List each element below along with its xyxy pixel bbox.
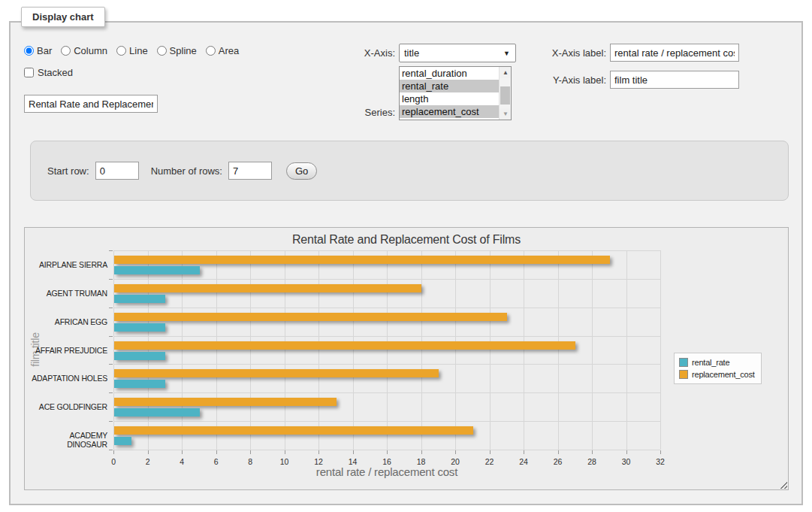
x-tick-mark	[285, 450, 285, 454]
radio-column[interactable]	[61, 46, 71, 56]
chart-type-spline[interactable]: Spline	[157, 45, 197, 56]
fieldset-legend: Display chart	[21, 7, 105, 27]
series-option-rental_rate[interactable]: rental_rate	[400, 80, 499, 92]
listbox-scrollbar[interactable]: ▲ ▼	[499, 67, 511, 120]
x-tick-mark	[421, 450, 422, 454]
radio-spline[interactable]	[157, 46, 167, 56]
x-tick-mark	[318, 450, 319, 454]
x-tick-mark	[387, 450, 388, 454]
radio-bar[interactable]	[24, 46, 34, 56]
x-axis-title: rental rate / replacement cost	[113, 465, 660, 478]
bar-replacement_cost	[114, 398, 337, 406]
series-option-rental_duration[interactable]: rental_duration	[400, 67, 499, 80]
horizontal-gridline	[113, 364, 660, 365]
vertical-gridline	[318, 250, 319, 450]
resize-handle[interactable]	[778, 480, 787, 489]
bar-replacement_cost	[114, 313, 507, 321]
bar-replacement_cost	[114, 426, 473, 435]
chart-type-label: Area	[219, 45, 239, 56]
x-axis-label-label: X-Axis label:	[521, 47, 606, 59]
x-axis-label-input[interactable]	[610, 44, 739, 62]
radio-area[interactable]	[206, 46, 216, 56]
x-axis-select[interactable]: title ▼	[399, 44, 516, 62]
chart-title-input[interactable]	[24, 95, 158, 113]
series-listbox[interactable]: ▲ ▼ rental_durationrental_ratelengthrepl…	[399, 66, 512, 120]
bar-rental_rate	[114, 408, 200, 417]
scrollbar-thumb[interactable]	[500, 86, 510, 105]
vertical-gridline	[660, 250, 661, 450]
horizontal-gridline	[113, 421, 660, 422]
chart-type-label: Spline	[170, 45, 197, 56]
vertical-gridline	[387, 250, 388, 450]
category-label: ACE GOLDFINGER	[28, 402, 107, 411]
num-rows-input[interactable]	[228, 162, 272, 180]
series-option-replacement_cost[interactable]: replacement_cost	[400, 105, 499, 118]
scroll-down-icon[interactable]: ▼	[500, 108, 512, 120]
vertical-gridline	[490, 250, 491, 450]
y-tick-mark	[109, 308, 113, 308]
x-tick-mark	[113, 450, 114, 454]
category-label: AFFAIR PREJUDICE	[28, 346, 107, 355]
scroll-up-icon[interactable]: ▲	[500, 67, 512, 78]
horizontal-gridline	[113, 336, 660, 337]
stacked-checkbox[interactable]	[24, 68, 34, 77]
stacked-label: Stacked	[38, 67, 73, 78]
legend-swatch	[679, 358, 688, 367]
vertical-gridline	[285, 250, 285, 450]
num-rows-label: Number of rows:	[151, 165, 222, 177]
x-tick-mark	[524, 450, 524, 454]
plot-area: 02468101214161820222426283032	[113, 250, 660, 450]
bar-rental_rate	[114, 437, 131, 445]
y-tick-mark	[109, 450, 113, 450]
x-tick-mark	[182, 450, 183, 454]
y-tick-mark	[109, 392, 113, 393]
bar-replacement_cost	[114, 256, 610, 264]
go-button[interactable]: Go	[286, 162, 317, 180]
chart-type-line[interactable]: Line	[116, 45, 148, 56]
vertical-gridline	[421, 250, 422, 450]
vertical-gridline	[182, 250, 183, 450]
chart-container: Rental Rate and Replacement Cost of Film…	[24, 227, 789, 490]
vertical-gridline	[250, 250, 251, 450]
category-label: ACADEMY DINOSAUR	[28, 431, 107, 449]
chart-type-label: Bar	[37, 45, 52, 56]
series-option-length[interactable]: length	[400, 92, 499, 105]
x-tick-mark	[626, 450, 627, 454]
start-row-label: Start row:	[47, 165, 89, 177]
bar-replacement_cost	[114, 369, 439, 377]
horizontal-gridline	[113, 279, 660, 280]
x-tick-mark	[660, 450, 661, 454]
category-label: AGENT TRUMAN	[28, 289, 107, 298]
x-tick-mark	[148, 450, 149, 454]
legend-label: rental_rate	[692, 358, 729, 367]
x-axis-selected-value: title	[404, 47, 419, 59]
x-tick-mark	[216, 450, 217, 454]
y-tick-mark	[109, 250, 113, 251]
legend-item-rental_rate: rental_rate	[679, 356, 755, 368]
vertical-gridline	[592, 250, 593, 450]
vertical-gridline	[524, 250, 524, 450]
x-axis-select-label: X-Axis:	[334, 47, 395, 59]
chart-type-column[interactable]: Column	[61, 45, 107, 56]
horizontal-gridline	[113, 450, 660, 450]
y-axis-label-label: Y-Axis label:	[521, 74, 606, 86]
bar-rental_rate	[114, 323, 165, 332]
chart-type-bar[interactable]: Bar	[24, 45, 52, 56]
y-axis-label-input[interactable]	[610, 71, 739, 89]
x-tick-mark	[490, 450, 491, 454]
x-tick-mark	[353, 450, 354, 454]
vertical-gridline	[113, 250, 114, 450]
y-tick-mark	[109, 421, 113, 422]
horizontal-gridline	[113, 308, 660, 308]
radio-line[interactable]	[116, 46, 126, 56]
x-tick-mark	[558, 450, 559, 454]
chart-type-label: Column	[74, 45, 107, 56]
x-tick-mark	[250, 450, 251, 454]
vertical-gridline	[558, 250, 559, 450]
start-row-input[interactable]	[95, 162, 139, 180]
legend-swatch	[679, 370, 688, 379]
bar-replacement_cost	[114, 341, 575, 350]
chart-type-area[interactable]: Area	[206, 45, 239, 56]
chart-title: Rental Rate and Replacement Cost of Film…	[25, 233, 788, 247]
stacked-option[interactable]: Stacked	[24, 67, 73, 78]
